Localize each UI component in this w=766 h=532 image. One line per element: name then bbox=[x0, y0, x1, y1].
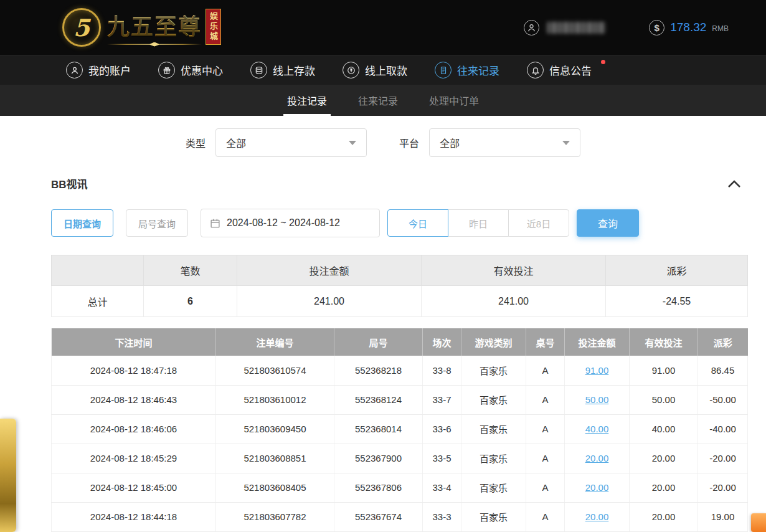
section-header: BB视讯 bbox=[51, 176, 747, 191]
cell-payout: 19.00 bbox=[698, 502, 748, 531]
type-select-value: 全部 bbox=[226, 135, 246, 150]
top-header: 5 九五至尊 娱乐城 $ 178.32 RMB bbox=[0, 0, 766, 55]
summary-total-label: 总计 bbox=[52, 286, 144, 317]
cell-table-no: A bbox=[526, 502, 565, 531]
cell-game-type: 百家乐 bbox=[461, 473, 526, 502]
gift-icon bbox=[158, 62, 175, 78]
nav-label: 往来记录 bbox=[457, 62, 499, 78]
cell-valid-bet: 40.00 bbox=[630, 414, 698, 444]
col-valid-bet: 有效投注 bbox=[630, 328, 698, 356]
tab-bet-records[interactable]: 投注记录 bbox=[286, 85, 328, 116]
cell-table-no: A bbox=[526, 356, 565, 385]
user-icon bbox=[66, 62, 83, 78]
summary-header-empty bbox=[52, 255, 144, 286]
cell-round: 552368014 bbox=[334, 414, 423, 444]
today-button[interactable]: 今日 bbox=[387, 209, 448, 237]
nav-item-deposit[interactable]: 线上存款 bbox=[250, 62, 315, 78]
col-bet-amount: 投注金额 bbox=[565, 328, 630, 356]
floating-promo-right[interactable] bbox=[751, 513, 766, 532]
summary-header-bet-amount: 投注金额 bbox=[237, 255, 422, 286]
cell-valid-bet: 20.00 bbox=[630, 502, 698, 531]
nav-item-my-account[interactable]: 我的账户 bbox=[66, 62, 131, 78]
balance-currency: RMB bbox=[712, 24, 729, 33]
col-payout: 派彩 bbox=[698, 328, 748, 356]
cell-valid-bet: 50.00 bbox=[630, 385, 698, 414]
quick-range-group: 今日 昨日 近8日 bbox=[387, 209, 569, 237]
cell-valid-bet: 20.00 bbox=[630, 473, 698, 502]
user-area: $ 178.32 RMB bbox=[524, 20, 729, 36]
tab-pending-orders[interactable]: 处理中订单 bbox=[428, 85, 480, 116]
nav-label: 优惠中心 bbox=[181, 62, 223, 78]
cell-round: 552368218 bbox=[334, 356, 423, 385]
cell-table-no: A bbox=[526, 473, 565, 502]
yesterday-button[interactable]: 昨日 bbox=[448, 209, 509, 237]
cell-round: 552367806 bbox=[334, 473, 423, 502]
date-query-button[interactable]: 日期查询 bbox=[51, 209, 113, 237]
last8days-button[interactable]: 近8日 bbox=[508, 209, 569, 237]
cell-session: 33-5 bbox=[423, 444, 461, 473]
col-bet-time: 下注时间 bbox=[52, 328, 216, 356]
notification-badge bbox=[601, 60, 605, 64]
cell-bet-id: 521803610574 bbox=[216, 356, 334, 385]
nav-item-withdraw[interactable]: 线上取款 bbox=[343, 62, 407, 78]
cell-game-type: 百家乐 bbox=[461, 502, 526, 531]
bet-amount-link[interactable]: 20.00 bbox=[585, 482, 609, 493]
bet-amount-link[interactable]: 40.00 bbox=[585, 424, 609, 434]
search-button[interactable]: 查询 bbox=[577, 209, 639, 237]
col-game-type: 游戏类别 bbox=[461, 328, 526, 356]
query-toolbar: 日期查询 局号查询 2024-08-12 ~ 2024-08-12 今日 昨日 … bbox=[51, 209, 747, 237]
summary-table: 笔数 投注金额 有效投注 派彩 总计 6 241.00 241.00 -24.5… bbox=[51, 255, 748, 317]
tab-transaction-records[interactable]: 往来记录 bbox=[357, 85, 399, 116]
deposit-icon bbox=[250, 62, 267, 78]
type-filter-label: 类型 bbox=[186, 135, 206, 150]
cell-bet-id: 521803608851 bbox=[216, 444, 334, 473]
col-session: 场次 bbox=[423, 328, 461, 356]
username-masked[interactable] bbox=[547, 22, 605, 34]
chevron-down-icon bbox=[562, 141, 570, 145]
collapse-chevron-up-icon[interactable] bbox=[727, 179, 741, 188]
balance-amount: 178.32 bbox=[670, 21, 706, 34]
col-table-no: 桌号 bbox=[526, 328, 565, 356]
col-round: 局号 bbox=[334, 328, 423, 356]
platform-filter-label: 平台 bbox=[399, 135, 419, 150]
table-row: 2024-08-12 18:45:29 521803608851 5523679… bbox=[52, 444, 748, 473]
bet-amount-link[interactable]: 50.00 bbox=[585, 394, 609, 405]
date-range-input[interactable]: 2024-08-12 ~ 2024-08-12 bbox=[201, 209, 380, 237]
nav-item-promotions[interactable]: 优惠中心 bbox=[158, 62, 223, 78]
cell-session: 33-7 bbox=[423, 385, 461, 414]
cell-session: 33-4 bbox=[423, 473, 461, 502]
cell-payout: -20.00 bbox=[698, 473, 748, 502]
nav-item-records[interactable]: 往来记录 bbox=[435, 62, 499, 78]
type-select[interactable]: 全部 bbox=[215, 128, 367, 157]
cell-bet-time: 2024-08-12 18:44:18 bbox=[52, 502, 216, 531]
bet-amount-link[interactable]: 91.00 bbox=[585, 365, 609, 376]
cell-bet-time: 2024-08-12 18:45:00 bbox=[52, 473, 216, 502]
cell-valid-bet: 91.00 bbox=[630, 356, 698, 385]
content: 类型 全部 平台 全部 BB视讯 日期查询 局号查询 bbox=[0, 116, 766, 532]
round-query-button[interactable]: 局号查询 bbox=[126, 209, 188, 237]
nav-label: 线上取款 bbox=[365, 62, 407, 78]
logo-subtitle: 娱乐城 bbox=[206, 9, 221, 45]
cell-round: 552367900 bbox=[334, 444, 423, 473]
bet-amount-link[interactable]: 20.00 bbox=[585, 453, 609, 463]
summary-valid-bet: 241.00 bbox=[422, 286, 606, 317]
balance-icon: $ bbox=[649, 20, 664, 36]
table-row: 2024-08-12 18:45:00 521803608405 5523678… bbox=[52, 473, 748, 502]
cell-game-type: 百家乐 bbox=[461, 385, 526, 414]
platform-select[interactable]: 全部 bbox=[429, 128, 580, 157]
table-row: 2024-08-12 18:46:06 521803609450 5523680… bbox=[52, 414, 748, 444]
table-row: 2024-08-12 18:47:18 521803610574 5523682… bbox=[52, 356, 748, 385]
cell-payout: 86.45 bbox=[698, 356, 748, 385]
filter-row: 类型 全部 平台 全部 bbox=[19, 128, 747, 157]
cell-payout: -20.00 bbox=[698, 444, 748, 473]
floating-promo-left[interactable] bbox=[0, 419, 16, 532]
cell-bet-id: 521803608405 bbox=[216, 473, 334, 502]
avatar-icon[interactable] bbox=[524, 20, 539, 36]
cell-session: 33-8 bbox=[423, 356, 461, 385]
cell-bet-time: 2024-08-12 18:46:06 bbox=[52, 414, 216, 444]
cell-bet-id: 521803607782 bbox=[216, 502, 334, 531]
summary-bet-amount: 241.00 bbox=[237, 286, 422, 317]
nav-item-announcements[interactable]: 信息公告 bbox=[527, 62, 592, 78]
summary-header-payout: 派彩 bbox=[606, 255, 748, 286]
bet-amount-link[interactable]: 20.00 bbox=[585, 511, 609, 522]
